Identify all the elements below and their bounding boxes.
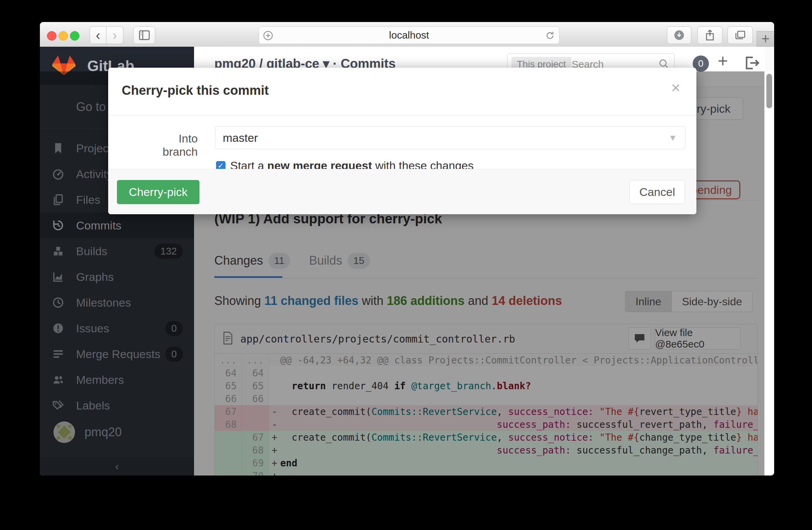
modal-footer: Cherry-pick Cancel bbox=[108, 169, 696, 214]
new-tab-button[interactable]: + bbox=[757, 31, 774, 47]
screenshot-stage: ‹ › localhost bbox=[0, 0, 812, 530]
minimize-window-button[interactable] bbox=[58, 31, 68, 41]
chevron-down-icon: ▼ bbox=[668, 132, 677, 143]
share-button[interactable] bbox=[697, 26, 722, 44]
branch-select-value: master bbox=[223, 131, 258, 144]
zoom-window-button[interactable] bbox=[70, 31, 79, 41]
reload-icon[interactable] bbox=[545, 30, 555, 42]
downloads-button[interactable] bbox=[667, 26, 691, 44]
cherry-pick-submit-button[interactable]: Cherry-pick bbox=[117, 180, 200, 204]
forward-button[interactable]: › bbox=[106, 26, 124, 44]
back-button[interactable]: ‹ bbox=[90, 26, 106, 44]
url-text[interactable]: localhost bbox=[259, 27, 559, 44]
modal-body: Into branch master ▼ ✓ Start a new merge… bbox=[108, 115, 696, 169]
sidebar-toggle-button[interactable] bbox=[133, 26, 155, 44]
address-bar[interactable]: localhost bbox=[259, 26, 560, 44]
browser-toolbar: ‹ › localhost bbox=[40, 22, 774, 47]
browser-window: ‹ › localhost bbox=[40, 22, 774, 475]
cherry-pick-modal: Cherry-pick this commit × Into branch ma… bbox=[108, 68, 696, 214]
tab-overview-button[interactable] bbox=[727, 26, 753, 44]
scrollbar[interactable] bbox=[764, 71, 774, 475]
sign-out-icon[interactable] bbox=[744, 56, 760, 72]
into-branch-label: Into branch bbox=[142, 132, 198, 158]
share-icon bbox=[705, 29, 715, 41]
new-project-button[interactable]: + bbox=[718, 51, 728, 71]
close-icon[interactable]: × bbox=[671, 80, 680, 95]
cancel-button[interactable]: Cancel bbox=[629, 180, 685, 204]
branch-select[interactable]: master ▼ bbox=[215, 126, 685, 149]
download-icon bbox=[673, 29, 685, 41]
close-window-button[interactable] bbox=[47, 31, 56, 41]
scrollbar-thumb[interactable] bbox=[766, 74, 772, 108]
modal-title: Cherry-pick this commit bbox=[122, 83, 269, 98]
modal-header: Cherry-pick this commit × bbox=[108, 68, 696, 115]
sidebar-toggle-icon bbox=[139, 30, 150, 40]
tab-overview-icon bbox=[735, 30, 746, 41]
nav-button-group: ‹ › bbox=[90, 26, 124, 44]
